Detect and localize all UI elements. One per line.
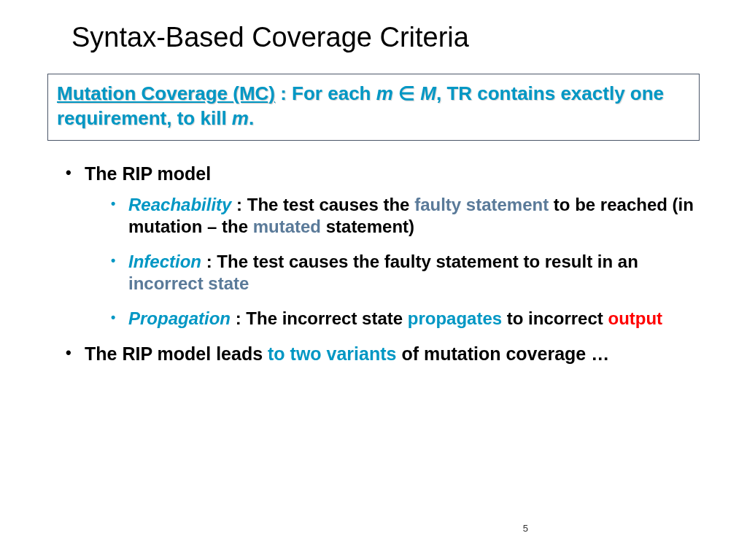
content-area: The RIP model Reachability : The test ca… — [36, 163, 711, 366]
slide-title: Syntax-Based Coverage Criteria — [71, 22, 711, 53]
definition-label: Mutation Coverage (MC) — [57, 82, 275, 104]
slide: Syntax-Based Coverage Criteria Mutation … — [0, 0, 747, 560]
list-item: Infection : The test causes the faulty s… — [111, 251, 703, 295]
propagation-label: Propagation — [128, 308, 231, 328]
definition-box: Mutation Coverage (MC) : For each m ∈ M,… — [47, 74, 700, 141]
page-number: 5 — [523, 523, 528, 534]
top-list: The RIP model Reachability : The test ca… — [44, 163, 703, 366]
reachability-label: Reachability — [128, 195, 231, 214]
rip-model-heading: The RIP model — [85, 163, 211, 184]
list-item: Reachability : The test causes the fault… — [111, 194, 703, 238]
list-item: The RIP model leads to two variants of m… — [66, 343, 703, 365]
list-item: Propagation : The incorrect state propag… — [111, 308, 703, 330]
sub-list: Reachability : The test causes the fault… — [85, 194, 703, 330]
list-item: The RIP model Reachability : The test ca… — [66, 163, 703, 330]
infection-label: Infection — [128, 252, 201, 271]
